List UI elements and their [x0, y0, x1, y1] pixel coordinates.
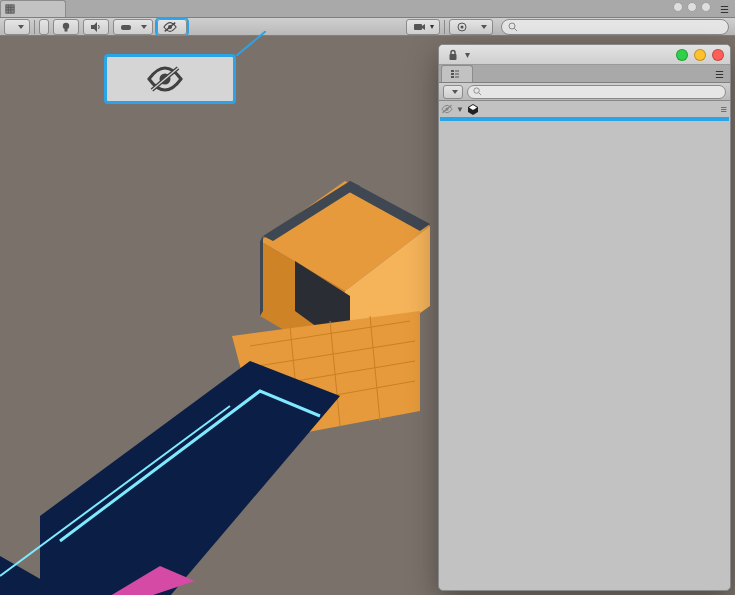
svg-rect-0: [6, 5, 14, 13]
eye-slash-icon: [147, 61, 183, 97]
camera-icon: [412, 20, 426, 34]
lightbulb-icon: [59, 20, 73, 34]
tab-options-icon[interactable]: ☰: [720, 0, 729, 18]
camera-settings-button[interactable]: ▾: [406, 19, 440, 35]
effects-icon: [119, 20, 133, 34]
svg-marker-7: [91, 22, 97, 32]
eye-slash-icon[interactable]: [441, 103, 453, 115]
callout-hidden-count: [104, 54, 236, 104]
svg-rect-6: [65, 29, 68, 32]
unity-icon: [467, 103, 479, 115]
scene-root-row[interactable]: ≡: [439, 101, 730, 117]
svg-point-47: [474, 88, 479, 93]
lock-icon: [447, 49, 459, 61]
traffic-light-green[interactable]: [676, 49, 688, 61]
svg-point-14: [460, 25, 463, 28]
tab-options-icon[interactable]: ☰: [715, 65, 724, 83]
hierarchy-titlebar[interactable]: ▾: [439, 45, 730, 65]
visibility-toggle[interactable]: [157, 19, 187, 35]
search-icon: [473, 87, 482, 96]
scene-search[interactable]: [501, 19, 730, 35]
traffic-light-red[interactable]: [712, 49, 724, 61]
gizmos-icon: [455, 20, 469, 34]
window-button[interactable]: [687, 2, 697, 12]
eye-slash-icon: [163, 20, 177, 34]
window-button[interactable]: [673, 2, 683, 12]
svg-line-16: [514, 28, 517, 31]
svg-rect-40: [450, 54, 457, 60]
svg-point-15: [509, 23, 515, 29]
divider: [444, 20, 445, 34]
scene-options-icon[interactable]: ≡: [721, 103, 726, 115]
svg-point-5: [63, 22, 69, 28]
hierarchy-tabrow: ☰: [439, 65, 730, 83]
divider: [34, 20, 35, 34]
svg-rect-42: [451, 73, 454, 75]
highlighted-rows: [440, 117, 729, 121]
svg-line-48: [479, 93, 482, 96]
svg-rect-43: [451, 76, 454, 78]
svg-rect-8: [121, 25, 131, 30]
create-dropdown[interactable]: [443, 85, 463, 99]
hierarchy-tab[interactable]: [441, 65, 473, 82]
svg-line-36: [236, 31, 266, 56]
speaker-icon: [89, 20, 103, 34]
gizmos-dropdown[interactable]: [449, 19, 493, 35]
scene-tabrow: ☰: [0, 0, 735, 18]
search-icon: [508, 22, 518, 32]
scene-tab[interactable]: [0, 0, 66, 17]
svg-marker-12: [422, 24, 425, 30]
svg-marker-24: [260, 236, 263, 316]
callout-leader: [236, 31, 266, 56]
hierarchy-toolbar: [439, 83, 730, 101]
window-buttons: [673, 2, 711, 12]
scene-toolbar: ▾: [0, 18, 735, 36]
effects-dropdown[interactable]: [113, 19, 153, 35]
mode-2d-toggle[interactable]: [39, 19, 49, 35]
audio-toggle[interactable]: [83, 19, 109, 35]
hierarchy-icon: [450, 69, 460, 79]
svg-rect-11: [414, 24, 422, 30]
hierarchy-tree[interactable]: ≡: [439, 101, 730, 590]
scene-icon: [5, 4, 15, 14]
svg-rect-41: [451, 70, 454, 72]
window-button[interactable]: [701, 2, 711, 12]
traffic-light-yellow[interactable]: [694, 49, 706, 61]
expand-arrow[interactable]: [455, 105, 465, 114]
lighting-toggle[interactable]: [53, 19, 79, 35]
hierarchy-search[interactable]: [467, 85, 726, 99]
hierarchy-panel: ▾ ☰ ≡: [438, 44, 731, 591]
shading-mode-dropdown[interactable]: [4, 19, 30, 35]
